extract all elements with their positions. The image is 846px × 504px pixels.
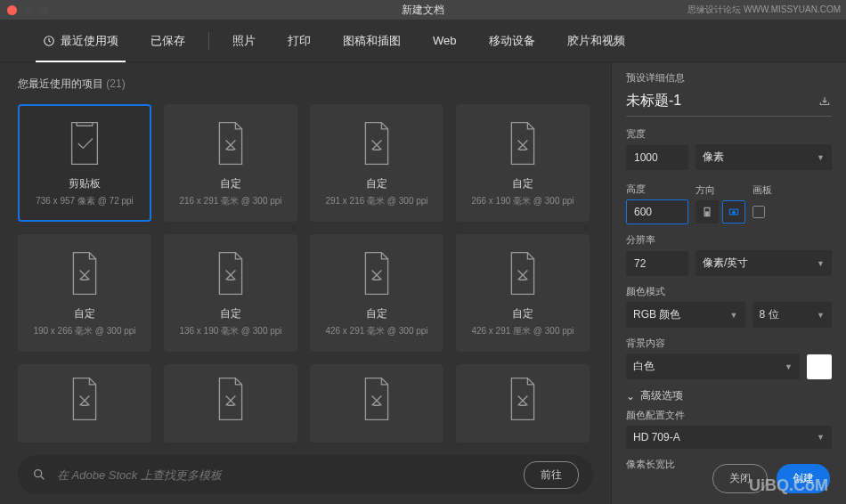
height-input[interactable] <box>626 199 688 224</box>
select-value: 像素 <box>703 150 724 165</box>
preset-card[interactable]: 自定426 x 291 厘米 @ 300 ppi <box>456 234 590 352</box>
tab-web[interactable]: Web <box>417 20 473 62</box>
tab-saved[interactable]: 已保存 <box>134 20 201 62</box>
recent-header: 您最近使用的项目 (21) <box>18 77 593 92</box>
watermark-top: 思缘设计论坛 WWW.MISSYUAN.COM <box>687 4 841 16</box>
category-tabbar: 最近使用项 已保存 照片 打印 图稿和插图 Web 移动设备 胶片和视频 <box>0 20 846 62</box>
tab-label: Web <box>433 34 457 47</box>
close-button[interactable]: 关闭 <box>712 464 768 493</box>
resolution-label: 分辨率 <box>626 233 832 247</box>
portrait-icon <box>701 206 713 218</box>
create-button[interactable]: 创建 <box>777 464 830 493</box>
select-value: RGB 颜色 <box>633 307 680 322</box>
color-profile-select[interactable]: HD 709-A▼ <box>626 426 832 449</box>
search-icon <box>32 467 46 482</box>
chevron-down-icon: ▼ <box>817 153 825 162</box>
document-name[interactable]: 未标题-1 <box>626 92 818 110</box>
card-subtitle: 136 x 190 毫米 @ 300 ppi <box>179 325 281 337</box>
preset-card[interactable]: 自定136 x 190 毫米 @ 300 ppi <box>164 234 297 352</box>
card-title: 自定 <box>366 176 387 191</box>
preset-details-panel: 预设详细信息 未标题-1 宽度 像素▼ 高度 方向 画板 <box>611 62 846 504</box>
tab-label: 已保存 <box>150 33 185 49</box>
preset-card[interactable]: 自定216 x 291 毫米 @ 300 ppi <box>164 104 297 222</box>
chevron-down-icon: ▼ <box>817 311 825 320</box>
color-mode-label: 颜色模式 <box>626 285 832 298</box>
preset-card[interactable] <box>164 364 297 443</box>
tab-label: 胶片和视频 <box>567 33 625 49</box>
card-subtitle: 291 x 216 毫米 @ 300 ppi <box>325 195 427 207</box>
card-title: 自定 <box>366 306 387 321</box>
stock-go-button[interactable]: 前往 <box>524 461 579 489</box>
bit-depth-select[interactable]: 8 位▼ <box>752 302 832 328</box>
card-subtitle: 426 x 291 厘米 @ 300 ppi <box>471 325 573 337</box>
card-subtitle: 190 x 266 毫米 @ 300 ppi <box>33 325 135 337</box>
svg-rect-3 <box>706 212 708 215</box>
tab-label: 最近使用项 <box>61 33 118 49</box>
tab-mobile[interactable]: 移动设备 <box>473 20 551 62</box>
preset-card[interactable] <box>456 364 590 443</box>
footer-buttons: 关闭 创建 <box>712 464 830 493</box>
select-value: HD 709-A <box>633 431 680 443</box>
orientation-portrait-button[interactable] <box>696 200 719 224</box>
preset-card[interactable] <box>18 364 151 443</box>
preset-grid: 剪贴板736 x 957 像素 @ 72 ppi自定216 x 291 毫米 @… <box>18 104 593 443</box>
tab-film[interactable]: 胶片和视频 <box>551 20 641 62</box>
preset-area: 您最近使用的项目 (21) 剪贴板736 x 957 像素 @ 72 ppi自定… <box>0 62 611 504</box>
preset-card[interactable] <box>310 364 443 443</box>
width-label: 宽度 <box>626 127 832 141</box>
preset-card[interactable]: 自定266 x 190 毫米 @ 300 ppi <box>456 104 590 222</box>
preset-card[interactable]: 自定190 x 266 毫米 @ 300 ppi <box>18 234 151 352</box>
stock-search-bar: 前往 <box>18 455 593 494</box>
width-unit-select[interactable]: 像素▼ <box>696 144 832 170</box>
background-select[interactable]: 白色▼ <box>626 354 800 379</box>
stock-search-input[interactable] <box>57 468 513 482</box>
document-name-row: 未标题-1 <box>626 92 832 117</box>
card-subtitle: 266 x 190 毫米 @ 300 ppi <box>471 195 573 207</box>
window-title: 新建文档 <box>402 3 444 18</box>
orientation-landscape-button[interactable] <box>722 200 745 224</box>
card-title: 自定 <box>220 306 241 321</box>
chevron-down-icon: ▼ <box>785 362 793 371</box>
color-profile-label: 颜色配置文件 <box>626 409 832 422</box>
svg-point-1 <box>35 470 42 477</box>
card-title: 自定 <box>74 306 95 321</box>
card-subtitle: 216 x 291 毫米 @ 300 ppi <box>179 195 281 207</box>
save-preset-icon[interactable] <box>818 95 832 108</box>
select-value: 白色 <box>633 359 655 374</box>
tab-recent[interactable]: 最近使用项 <box>27 20 134 62</box>
tab-label: 移动设备 <box>489 33 535 49</box>
resolution-unit-select[interactable]: 像素/英寸▼ <box>696 250 832 276</box>
resolution-input[interactable] <box>626 251 688 276</box>
preset-card[interactable]: 自定426 x 291 毫米 @ 300 ppi <box>310 234 443 352</box>
recent-count: (21) <box>106 77 125 90</box>
chevron-down-icon: ▼ <box>730 311 738 320</box>
chevron-down-icon: ▼ <box>817 433 825 442</box>
svg-rect-5 <box>733 211 735 214</box>
chevron-down-icon: ▼ <box>817 259 825 268</box>
recent-header-text: 您最近使用的项目 <box>18 77 103 90</box>
preset-card[interactable]: 自定291 x 216 毫米 @ 300 ppi <box>310 104 443 222</box>
chevron-down-icon: ⌄ <box>626 390 635 402</box>
tab-photo[interactable]: 照片 <box>216 20 272 62</box>
artboard-label: 画板 <box>752 183 772 197</box>
tab-print[interactable]: 打印 <box>272 20 327 62</box>
titlebar: 新建文档 思缘设计论坛 WWW.MISSYUAN.COM <box>0 0 846 20</box>
advanced-toggle[interactable]: ⌄ 高级选项 <box>626 388 832 403</box>
card-title: 自定 <box>512 176 533 191</box>
minimize-window-icon <box>23 5 33 15</box>
background-swatch[interactable] <box>807 354 832 379</box>
tab-label: 打印 <box>288 33 311 49</box>
close-window-icon[interactable] <box>7 5 17 15</box>
orientation-label: 方向 <box>696 183 745 197</box>
preset-card[interactable]: 剪贴板736 x 957 像素 @ 72 ppi <box>18 104 151 222</box>
width-input[interactable] <box>626 145 688 170</box>
card-subtitle: 736 x 957 像素 @ 72 ppi <box>36 195 134 207</box>
height-label: 高度 <box>626 183 688 196</box>
card-title: 自定 <box>512 306 533 321</box>
window-controls <box>7 5 49 15</box>
color-mode-select[interactable]: RGB 颜色▼ <box>626 302 745 328</box>
tab-art[interactable]: 图稿和插图 <box>327 20 417 62</box>
tab-label: 照片 <box>232 33 256 49</box>
artboard-checkbox[interactable] <box>752 206 765 218</box>
card-title: 自定 <box>220 176 241 191</box>
